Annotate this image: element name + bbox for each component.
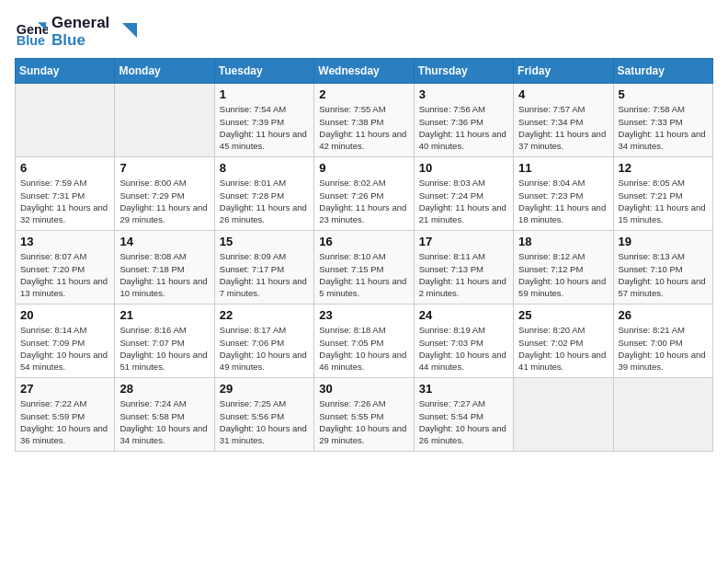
calendar-cell: 19Sunrise: 8:13 AM Sunset: 7:10 PM Dayli… bbox=[613, 231, 712, 304]
calendar-cell: 18Sunrise: 8:12 AM Sunset: 7:12 PM Dayli… bbox=[514, 231, 613, 304]
calendar-cell: 8Sunrise: 8:01 AM Sunset: 7:28 PM Daylig… bbox=[214, 157, 313, 231]
day-number: 2 bbox=[319, 87, 408, 101]
day-info: Sunrise: 8:01 AM Sunset: 7:28 PM Dayligh… bbox=[220, 177, 309, 225]
calendar-cell: 24Sunrise: 8:19 AM Sunset: 7:03 PM Dayli… bbox=[414, 304, 513, 378]
day-number: 23 bbox=[319, 308, 408, 322]
day-number: 12 bbox=[619, 161, 708, 175]
calendar-cell: 15Sunrise: 8:09 AM Sunset: 7:17 PM Dayli… bbox=[214, 231, 313, 304]
col-header-wednesday: Wednesday bbox=[314, 59, 414, 84]
calendar-cell: 13Sunrise: 8:07 AM Sunset: 7:20 PM Dayli… bbox=[16, 231, 115, 304]
day-info: Sunrise: 7:25 AM Sunset: 5:56 PM Dayligh… bbox=[220, 397, 309, 446]
day-info: Sunrise: 8:10 AM Sunset: 7:15 PM Dayligh… bbox=[319, 250, 408, 299]
day-info: Sunrise: 8:08 AM Sunset: 7:18 PM Dayligh… bbox=[119, 250, 209, 299]
logo-text-general: General bbox=[51, 15, 109, 32]
day-number: 24 bbox=[419, 308, 508, 322]
calendar-cell: 30Sunrise: 7:26 AM Sunset: 5:55 PM Dayli… bbox=[314, 378, 414, 452]
day-number: 22 bbox=[220, 308, 309, 322]
day-info: Sunrise: 8:05 AM Sunset: 7:21 PM Dayligh… bbox=[619, 177, 708, 225]
day-info: Sunrise: 8:16 AM Sunset: 7:07 PM Dayligh… bbox=[119, 324, 209, 373]
day-info: Sunrise: 7:54 AM Sunset: 7:39 PM Dayligh… bbox=[220, 103, 309, 152]
calendar-table: SundayMondayTuesdayWednesdayThursdayFrid… bbox=[15, 58, 713, 452]
day-number: 16 bbox=[319, 235, 408, 248]
calendar-cell: 9Sunrise: 8:02 AM Sunset: 7:26 PM Daylig… bbox=[314, 157, 414, 231]
day-info: Sunrise: 8:11 AM Sunset: 7:13 PM Dayligh… bbox=[419, 250, 508, 299]
svg-marker-3 bbox=[122, 23, 137, 38]
day-info: Sunrise: 8:13 AM Sunset: 7:10 PM Dayligh… bbox=[619, 250, 708, 299]
day-info: Sunrise: 8:03 AM Sunset: 7:24 PM Dayligh… bbox=[419, 177, 508, 225]
calendar-cell: 14Sunrise: 8:08 AM Sunset: 7:18 PM Dayli… bbox=[115, 231, 214, 304]
day-info: Sunrise: 7:24 AM Sunset: 5:58 PM Dayligh… bbox=[119, 397, 209, 446]
day-number: 20 bbox=[20, 308, 109, 322]
day-number: 15 bbox=[220, 235, 309, 248]
day-number: 27 bbox=[20, 382, 109, 396]
day-number: 26 bbox=[619, 308, 708, 322]
day-info: Sunrise: 7:57 AM Sunset: 7:34 PM Dayligh… bbox=[518, 103, 608, 152]
calendar-cell bbox=[613, 378, 712, 452]
day-info: Sunrise: 7:55 AM Sunset: 7:38 PM Dayligh… bbox=[319, 103, 408, 152]
day-info: Sunrise: 8:04 AM Sunset: 7:23 PM Dayligh… bbox=[518, 177, 608, 225]
day-number: 18 bbox=[518, 235, 608, 248]
day-number: 1 bbox=[220, 87, 309, 101]
day-info: Sunrise: 8:17 AM Sunset: 7:06 PM Dayligh… bbox=[220, 324, 309, 373]
calendar-cell: 10Sunrise: 8:03 AM Sunset: 7:24 PM Dayli… bbox=[414, 157, 513, 231]
day-info: Sunrise: 8:21 AM Sunset: 7:00 PM Dayligh… bbox=[619, 324, 708, 373]
day-number: 19 bbox=[619, 235, 708, 248]
day-number: 13 bbox=[20, 235, 109, 248]
col-header-sunday: Sunday bbox=[16, 59, 115, 84]
col-header-monday: Monday bbox=[115, 59, 214, 84]
calendar-cell: 6Sunrise: 7:59 AM Sunset: 7:31 PM Daylig… bbox=[16, 157, 115, 231]
day-number: 9 bbox=[319, 161, 408, 175]
calendar-cell: 21Sunrise: 8:16 AM Sunset: 7:07 PM Dayli… bbox=[115, 304, 214, 378]
col-header-friday: Friday bbox=[514, 59, 613, 84]
day-info: Sunrise: 7:56 AM Sunset: 7:36 PM Dayligh… bbox=[419, 103, 508, 152]
day-info: Sunrise: 8:07 AM Sunset: 7:20 PM Dayligh… bbox=[20, 250, 109, 299]
day-info: Sunrise: 8:18 AM Sunset: 7:05 PM Dayligh… bbox=[319, 324, 408, 373]
day-number: 8 bbox=[220, 161, 309, 175]
day-number: 7 bbox=[119, 161, 209, 175]
calendar-cell: 4Sunrise: 7:57 AM Sunset: 7:34 PM Daylig… bbox=[514, 84, 613, 157]
day-info: Sunrise: 7:22 AM Sunset: 5:59 PM Dayligh… bbox=[20, 397, 109, 446]
calendar-cell: 17Sunrise: 8:11 AM Sunset: 7:13 PM Dayli… bbox=[414, 231, 513, 304]
day-number: 11 bbox=[518, 161, 608, 175]
day-info: Sunrise: 7:26 AM Sunset: 5:55 PM Dayligh… bbox=[319, 397, 408, 446]
calendar-cell: 7Sunrise: 8:00 AM Sunset: 7:29 PM Daylig… bbox=[115, 157, 214, 231]
day-number: 14 bbox=[119, 235, 209, 248]
calendar-cell: 3Sunrise: 7:56 AM Sunset: 7:36 PM Daylig… bbox=[414, 84, 513, 157]
day-number: 17 bbox=[419, 235, 508, 248]
calendar-cell bbox=[514, 378, 613, 452]
day-number: 5 bbox=[619, 87, 708, 101]
day-number: 25 bbox=[518, 308, 608, 322]
logo-triangle-icon bbox=[113, 19, 139, 45]
col-header-saturday: Saturday bbox=[613, 59, 712, 84]
day-info: Sunrise: 8:02 AM Sunset: 7:26 PM Dayligh… bbox=[319, 177, 408, 225]
day-number: 29 bbox=[220, 382, 309, 396]
day-info: Sunrise: 8:12 AM Sunset: 7:12 PM Dayligh… bbox=[518, 250, 608, 299]
day-number: 31 bbox=[419, 382, 508, 396]
day-number: 6 bbox=[20, 161, 109, 175]
calendar-cell: 23Sunrise: 8:18 AM Sunset: 7:05 PM Dayli… bbox=[314, 304, 414, 378]
day-info: Sunrise: 7:59 AM Sunset: 7:31 PM Dayligh… bbox=[20, 177, 109, 225]
day-number: 10 bbox=[419, 161, 508, 175]
calendar-cell: 20Sunrise: 8:14 AM Sunset: 7:09 PM Dayli… bbox=[16, 304, 115, 378]
calendar-cell: 5Sunrise: 7:58 AM Sunset: 7:33 PM Daylig… bbox=[613, 84, 712, 157]
col-header-tuesday: Tuesday bbox=[214, 59, 313, 84]
page-header: General Blue General Blue bbox=[15, 15, 713, 49]
calendar-cell: 25Sunrise: 8:20 AM Sunset: 7:02 PM Dayli… bbox=[514, 304, 613, 378]
day-number: 30 bbox=[319, 382, 408, 396]
day-info: Sunrise: 8:14 AM Sunset: 7:09 PM Dayligh… bbox=[20, 324, 109, 373]
day-number: 3 bbox=[419, 87, 508, 101]
calendar-cell: 27Sunrise: 7:22 AM Sunset: 5:59 PM Dayli… bbox=[16, 378, 115, 452]
calendar-cell bbox=[115, 84, 214, 157]
calendar-cell: 2Sunrise: 7:55 AM Sunset: 7:38 PM Daylig… bbox=[314, 84, 414, 157]
day-number: 21 bbox=[119, 308, 209, 322]
day-info: Sunrise: 8:20 AM Sunset: 7:02 PM Dayligh… bbox=[518, 324, 608, 373]
calendar-cell: 29Sunrise: 7:25 AM Sunset: 5:56 PM Dayli… bbox=[214, 378, 313, 452]
svg-text:Blue: Blue bbox=[17, 33, 45, 48]
day-info: Sunrise: 8:19 AM Sunset: 7:03 PM Dayligh… bbox=[419, 324, 508, 373]
day-info: Sunrise: 7:27 AM Sunset: 5:54 PM Dayligh… bbox=[419, 397, 508, 446]
day-info: Sunrise: 7:58 AM Sunset: 7:33 PM Dayligh… bbox=[619, 103, 708, 152]
calendar-cell: 16Sunrise: 8:10 AM Sunset: 7:15 PM Dayli… bbox=[314, 231, 414, 304]
logo-icon: General Blue bbox=[15, 16, 48, 49]
calendar-cell: 26Sunrise: 8:21 AM Sunset: 7:00 PM Dayli… bbox=[613, 304, 712, 378]
day-number: 4 bbox=[518, 87, 608, 101]
